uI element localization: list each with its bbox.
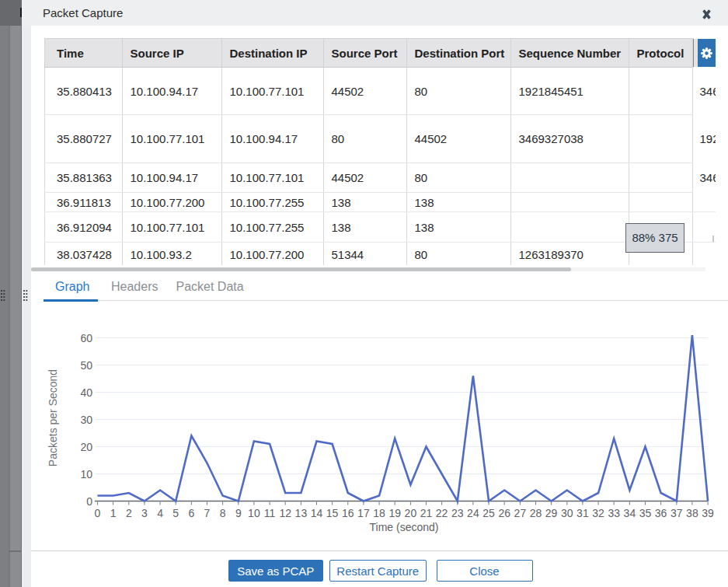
svg-text:1: 1 [110, 507, 117, 519]
svg-text:18: 18 [373, 507, 385, 519]
svg-text:9: 9 [235, 507, 242, 519]
svg-text:6: 6 [189, 507, 195, 519]
svg-text:0: 0 [86, 495, 92, 508]
svg-text:36: 36 [655, 507, 667, 519]
svg-text:60: 60 [80, 332, 92, 344]
svg-text:15: 15 [326, 507, 339, 519]
svg-text:Packets per Second: Packets per Second [47, 369, 59, 466]
svg-text:27: 27 [514, 507, 527, 519]
svg-text:50: 50 [80, 359, 92, 372]
svg-text:16: 16 [342, 507, 354, 519]
svg-text:33: 33 [608, 507, 620, 519]
svg-text:Time (second): Time (second) [370, 521, 439, 533]
svg-text:34: 34 [624, 507, 636, 519]
svg-text:25: 25 [482, 507, 495, 519]
svg-text:8: 8 [220, 507, 226, 519]
svg-text:26: 26 [498, 507, 510, 519]
svg-text:30: 30 [80, 414, 92, 426]
svg-text:40: 40 [80, 386, 92, 399]
svg-text:28: 28 [530, 507, 542, 519]
svg-text:23: 23 [451, 507, 464, 519]
svg-text:20: 20 [80, 441, 92, 453]
svg-text:10: 10 [80, 468, 92, 480]
svg-text:22: 22 [436, 507, 448, 519]
svg-text:37: 37 [671, 507, 683, 519]
svg-text:2: 2 [126, 507, 132, 519]
svg-text:29: 29 [545, 507, 558, 519]
svg-text:0: 0 [95, 507, 101, 519]
svg-text:11: 11 [264, 507, 276, 519]
svg-text:13: 13 [295, 507, 308, 519]
svg-text:4: 4 [157, 507, 163, 519]
svg-text:17: 17 [357, 507, 370, 519]
svg-text:3: 3 [141, 507, 148, 519]
svg-text:20: 20 [405, 507, 417, 519]
svg-text:35: 35 [639, 507, 652, 519]
svg-text:38: 38 [686, 507, 698, 519]
svg-text:39: 39 [702, 507, 714, 519]
svg-text:7: 7 [204, 507, 211, 519]
svg-text:14: 14 [311, 507, 323, 519]
svg-text:5: 5 [172, 507, 179, 519]
svg-text:31: 31 [576, 507, 589, 519]
svg-text:21: 21 [420, 507, 433, 519]
svg-text:30: 30 [561, 507, 573, 519]
svg-text:24: 24 [467, 507, 479, 519]
svg-text:12: 12 [279, 507, 291, 519]
svg-text:10: 10 [248, 507, 260, 519]
svg-text:32: 32 [592, 507, 604, 519]
svg-text:19: 19 [388, 507, 401, 519]
